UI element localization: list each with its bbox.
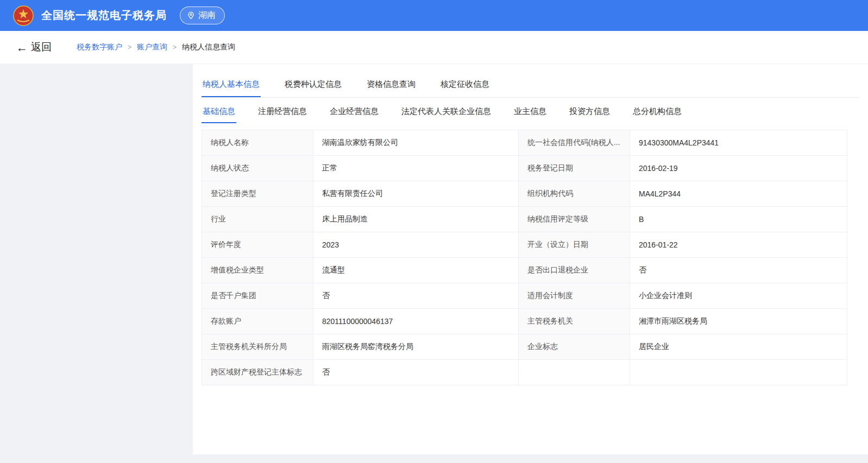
label-cell: 纳税人状态 [202, 156, 313, 181]
label-cell: 税务登记日期 [519, 156, 630, 181]
value-cell: 湖南温欣家纺有限公司 [313, 130, 519, 156]
empty-cell [519, 360, 630, 385]
subtab-owner-info[interactable]: 业主信息 [513, 103, 548, 123]
value-cell: 私营有限责任公司 [313, 181, 519, 207]
value-cell: B [630, 207, 847, 232]
label-cell: 企业标志 [519, 334, 630, 360]
national-emblem-logo [13, 5, 34, 26]
label-cell: 增值税企业类型 [202, 258, 313, 283]
label-cell: 开业（设立）日期 [519, 232, 630, 258]
location-pin-icon [187, 11, 195, 20]
label-cell: 是否千户集团 [202, 283, 313, 309]
table-row: 是否千户集团 否 适用会计制度 小企业会计准则 [202, 283, 847, 309]
label-cell: 存款账户 [202, 309, 313, 334]
label-cell: 评价年度 [202, 232, 313, 258]
table-row: 存款账户 82011100000046137 主管税务机关 湘潭市雨湖区税务局 [202, 309, 847, 334]
table-row: 跨区域财产税登记主体标志 否 [202, 360, 847, 385]
subtab-legal-rep-related[interactable]: 法定代表人关联企业信息 [400, 103, 492, 123]
value-cell: 91430300MA4L2P3441 [630, 130, 847, 156]
value-cell: MA4L2P344 [630, 181, 847, 207]
taxpayer-info-table: 纳税人名称 湖南温欣家纺有限公司 统一社会信用代码(纳税人... 9143030… [202, 130, 847, 385]
main-area: 纳税人基本信息 税费种认定信息 资格信息查询 核定征收信息 基础信息 注册经营信… [0, 64, 868, 463]
value-cell: 82011100000046137 [313, 309, 519, 334]
back-button[interactable]: ← 返回 [16, 40, 52, 54]
value-cell: 流通型 [313, 258, 519, 283]
value-cell: 雨湖区税务局窑湾税务分局 [313, 334, 519, 360]
breadcrumb-separator: > [128, 43, 131, 51]
secondary-tabs: 基础信息 注册经营信息 企业经营信息 法定代表人关联企业信息 业主信息 投资方信… [202, 103, 859, 123]
label-cell: 是否出口退税企业 [519, 258, 630, 283]
label-cell: 主管税务机关科所分局 [202, 334, 313, 360]
app-title: 全国统一规范电子税务局 [41, 8, 167, 23]
table-row: 主管税务机关科所分局 雨湖区税务局窑湾税务分局 企业标志 居民企业 [202, 334, 847, 360]
table-row: 纳税人状态 正常 税务登记日期 2016-02-19 [202, 156, 847, 181]
subtab-head-branch-info[interactable]: 总分机构信息 [632, 103, 683, 123]
label-cell: 行业 [202, 207, 313, 232]
value-cell: 居民企业 [630, 334, 847, 360]
label-cell: 登记注册类型 [202, 181, 313, 207]
value-cell: 否 [313, 360, 519, 385]
tab-assessed-collection[interactable]: 核定征收信息 [439, 75, 490, 97]
value-cell: 2016-02-19 [630, 156, 847, 181]
value-cell: 2023 [313, 232, 519, 258]
value-cell: 否 [313, 283, 519, 309]
breadcrumb-link-tax-digital-account[interactable]: 税务数字账户 [77, 42, 122, 52]
breadcrumb: 税务数字账户 > 账户查询 > 纳税人信息查询 [77, 42, 235, 52]
page: 全国统一规范电子税务局 湖南 ← 返回 税务数字账户 > 账户查询 > 纳税人信… [0, 0, 868, 463]
table-row: 登记注册类型 私营有限责任公司 组织机构代码 MA4L2P344 [202, 181, 847, 207]
label-cell: 纳税信用评定等级 [519, 207, 630, 232]
location-label: 湖南 [198, 10, 216, 21]
subtab-enterprise-business[interactable]: 企业经营信息 [329, 103, 380, 123]
label-cell: 主管税务机关 [519, 309, 630, 334]
label-cell: 统一社会信用代码(纳税人... [519, 130, 630, 156]
back-label: 返回 [31, 40, 52, 54]
breadcrumb-separator: > [173, 43, 177, 51]
table-row: 纳税人名称 湖南温欣家纺有限公司 统一社会信用代码(纳税人... 9143030… [202, 130, 847, 156]
empty-cell [630, 360, 847, 385]
breadcrumb-link-account-query[interactable]: 账户查询 [137, 42, 167, 52]
label-cell: 纳税人名称 [202, 130, 313, 156]
value-cell: 否 [630, 258, 847, 283]
primary-tabs: 纳税人基本信息 税费种认定信息 资格信息查询 核定征收信息 [202, 75, 859, 98]
subtab-investor-info[interactable]: 投资方信息 [568, 103, 611, 123]
label-cell: 适用会计制度 [519, 283, 630, 309]
content-panel: 纳税人基本信息 税费种认定信息 资格信息查询 核定征收信息 基础信息 注册经营信… [193, 64, 868, 454]
table-row: 增值税企业类型 流通型 是否出口退税企业 否 [202, 258, 847, 283]
tab-tax-type-determination[interactable]: 税费种认定信息 [284, 75, 343, 97]
location-badge[interactable]: 湖南 [180, 7, 225, 24]
value-cell: 床上用品制造 [313, 207, 519, 232]
tab-taxpayer-basic-info[interactable]: 纳税人基本信息 [202, 75, 261, 97]
back-arrow-icon: ← [16, 42, 28, 53]
table-row: 评价年度 2023 开业（设立）日期 2016-01-22 [202, 232, 847, 258]
subtab-registration-business[interactable]: 注册经营信息 [257, 103, 308, 123]
tab-qualification-query[interactable]: 资格信息查询 [366, 75, 417, 97]
breadcrumb-current: 纳税人信息查询 [182, 42, 235, 52]
value-cell: 湘潭市雨湖区税务局 [630, 309, 847, 334]
breadcrumb-bar: ← 返回 税务数字账户 > 账户查询 > 纳税人信息查询 [0, 31, 868, 64]
value-cell: 正常 [313, 156, 519, 181]
subtab-basic-info[interactable]: 基础信息 [202, 103, 236, 123]
value-cell: 2016-01-22 [630, 232, 847, 258]
top-header-bar: 全国统一规范电子税务局 湖南 [0, 0, 868, 31]
value-cell: 小企业会计准则 [630, 283, 847, 309]
label-cell: 组织机构代码 [519, 181, 630, 207]
label-cell: 跨区域财产税登记主体标志 [202, 360, 313, 385]
table-row: 行业 床上用品制造 纳税信用评定等级 B [202, 207, 847, 232]
